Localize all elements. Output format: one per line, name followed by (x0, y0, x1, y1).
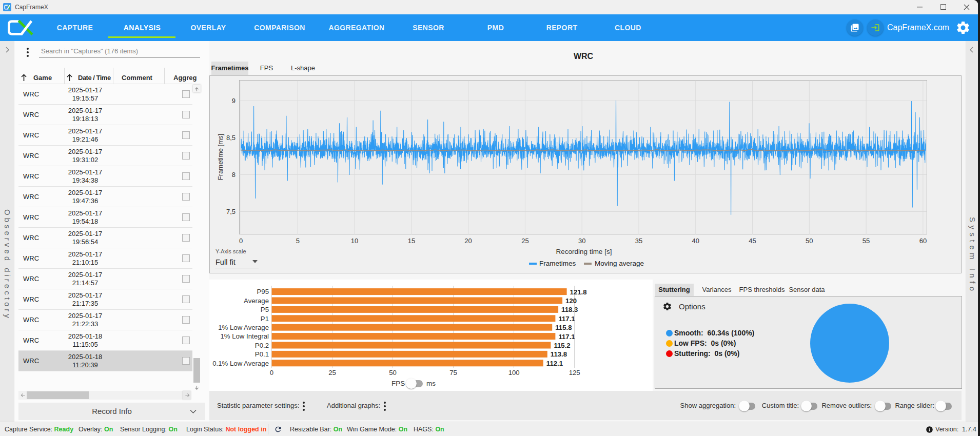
svg-text:Moving average: Moving average (595, 260, 644, 267)
svg-text:10: 10 (351, 237, 358, 245)
svg-text:0: 0 (239, 237, 243, 245)
svg-text:9: 9 (232, 97, 236, 105)
svg-text:1% Low Average: 1% Low Average (218, 324, 269, 331)
svg-text:117.1: 117.1 (558, 315, 575, 323)
svg-text:7,5: 7,5 (226, 208, 236, 215)
svg-text:15: 15 (408, 237, 415, 245)
svg-text:0: 0 (270, 369, 273, 376)
svg-text:120: 120 (565, 297, 577, 305)
svg-text:P95: P95 (257, 288, 269, 295)
svg-text:50: 50 (806, 237, 813, 245)
svg-text:50: 50 (389, 369, 397, 376)
svg-text:60: 60 (919, 237, 927, 245)
svg-text:P5: P5 (261, 306, 269, 313)
svg-text:115.8: 115.8 (555, 324, 572, 331)
svg-text:35: 35 (635, 237, 642, 245)
svg-text:40: 40 (692, 237, 699, 245)
svg-text:8,5: 8,5 (226, 134, 236, 142)
svg-text:P0.2: P0.2 (255, 342, 269, 349)
svg-text:P1: P1 (261, 315, 269, 323)
svg-text:5: 5 (296, 237, 300, 245)
svg-text:55: 55 (863, 237, 870, 245)
svg-text:Frametime [ms]: Frametime [ms] (217, 134, 224, 180)
svg-text:Average: Average (244, 297, 269, 305)
svg-text:Y-Axis scale: Y-Axis scale (215, 248, 246, 254)
svg-text:8: 8 (232, 171, 236, 179)
svg-text:30: 30 (578, 237, 585, 245)
svg-text:118.3: 118.3 (561, 306, 578, 313)
svg-text:100: 100 (508, 369, 520, 376)
svg-text:25: 25 (328, 369, 336, 376)
svg-text:125: 125 (569, 369, 580, 376)
svg-text:0.1% Low Average: 0.1% Low Average (212, 360, 269, 367)
svg-text:117.1: 117.1 (558, 333, 575, 341)
svg-text:112.1: 112.1 (546, 360, 563, 367)
svg-text:Frametimes: Frametimes (539, 260, 576, 267)
svg-text:121.8: 121.8 (570, 288, 587, 296)
svg-text:1% Low Integral: 1% Low Integral (220, 332, 269, 340)
svg-text:75: 75 (449, 369, 457, 376)
svg-text:Recording time [s]: Recording time [s] (556, 248, 612, 255)
svg-text:20: 20 (464, 237, 472, 245)
svg-text:115.2: 115.2 (554, 342, 570, 349)
svg-text:25: 25 (521, 237, 528, 245)
svg-text:113.8: 113.8 (551, 350, 567, 358)
svg-text:45: 45 (749, 237, 756, 245)
svg-text:P0.1: P0.1 (255, 350, 269, 358)
svg-text:Full fit: Full fit (215, 258, 236, 266)
